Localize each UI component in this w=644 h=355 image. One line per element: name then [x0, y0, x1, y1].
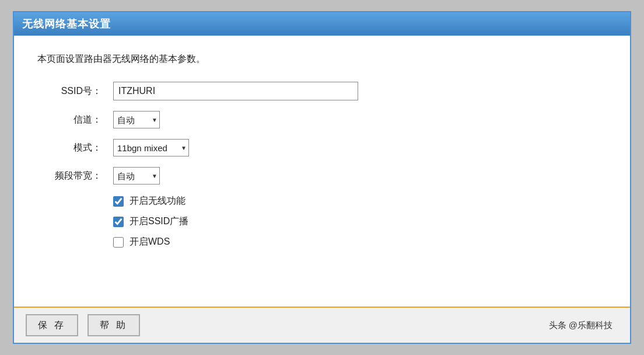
description-text: 本页面设置路由器无线网络的基本参数。: [37, 53, 607, 65]
footer-buttons: 保 存 帮 助: [26, 314, 140, 336]
window-title: 无线网络基本设置: [22, 18, 111, 30]
wireless-enable-checkbox[interactable]: [113, 196, 124, 207]
ssid-input[interactable]: [113, 82, 358, 100]
checkbox1-row: 开启无线功能: [113, 195, 607, 207]
wds-enable-checkbox[interactable]: [113, 237, 124, 248]
title-bar: 无线网络基本设置: [14, 12, 630, 36]
content-area: 本页面设置路由器无线网络的基本参数。 SSID号： 信道： 自动 1 2 3 4…: [14, 36, 630, 307]
channel-row: 信道： 自动 1 2 3 4 5 6 7 8 9 10 11 12 13: [37, 111, 607, 128]
ssid-broadcast-label[interactable]: 开启SSID广播: [130, 215, 188, 228]
mode-select-wrapper: 11bgn mixed 11b only 11g only 11n only 1…: [113, 139, 189, 156]
wds-enable-label[interactable]: 开启WDS: [130, 236, 170, 248]
ssid-row: SSID号：: [37, 82, 607, 100]
footer: 保 存 帮 助 头条 @乐翻科技: [14, 307, 630, 343]
channel-select-wrapper: 自动 1 2 3 4 5 6 7 8 9 10 11 12 13: [113, 111, 160, 128]
ssid-broadcast-checkbox[interactable]: [113, 217, 124, 227]
bandwidth-label: 频段带宽：: [37, 170, 102, 182]
mode-select[interactable]: 11bgn mixed 11b only 11g only 11n only 1…: [113, 139, 189, 156]
bandwidth-row: 频段带宽： 自动 20MHz 40MHz: [37, 167, 607, 185]
help-button[interactable]: 帮 助: [88, 314, 140, 336]
ssid-label: SSID号：: [37, 85, 102, 98]
save-button[interactable]: 保 存: [26, 314, 78, 336]
mode-label: 模式：: [37, 142, 102, 154]
bandwidth-select[interactable]: 自动 20MHz 40MHz: [113, 167, 160, 185]
checkbox3-row: 开启WDS: [113, 236, 607, 248]
bandwidth-select-wrapper: 自动 20MHz 40MHz: [113, 167, 160, 185]
watermark: 头条 @乐翻科技: [549, 320, 612, 331]
channel-label: 信道：: [37, 114, 102, 126]
wireless-enable-label[interactable]: 开启无线功能: [130, 195, 186, 207]
mode-row: 模式： 11bgn mixed 11b only 11g only 11n on…: [37, 139, 607, 156]
channel-select[interactable]: 自动 1 2 3 4 5 6 7 8 9 10 11 12 13: [113, 111, 160, 128]
main-window: 无线网络基本设置 本页面设置路由器无线网络的基本参数。 SSID号： 信道： 自…: [13, 11, 631, 344]
checkbox2-row: 开启SSID广播: [113, 215, 607, 228]
